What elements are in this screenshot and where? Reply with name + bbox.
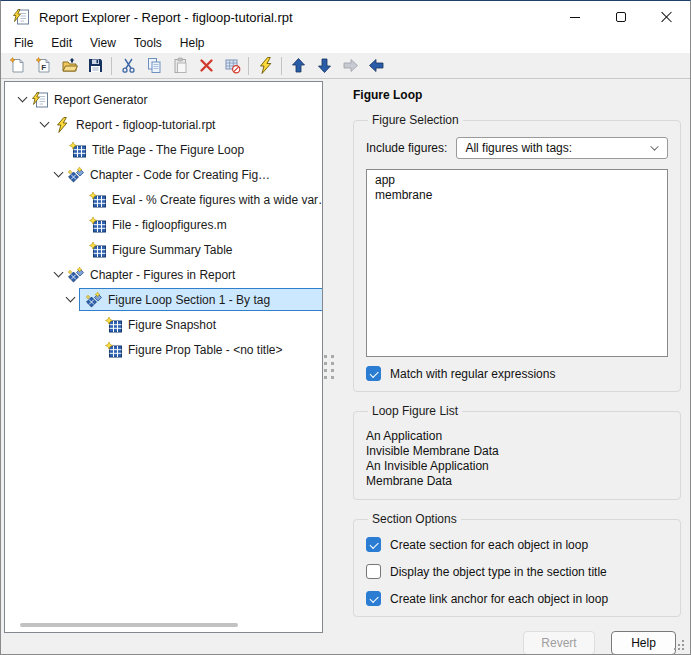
toolbar-separator — [248, 57, 249, 75]
create-section-row[interactable]: Create section for each object in loop — [366, 537, 668, 552]
report-generator-icon — [31, 92, 49, 108]
run-report-button[interactable] — [252, 54, 278, 77]
component-icon — [89, 242, 107, 258]
remove-table-button[interactable] — [219, 54, 245, 77]
revert-button[interactable]: Revert — [523, 631, 595, 655]
tree-item-chapter-code[interactable]: Chapter - Code for Creating Fig… — [5, 162, 322, 187]
copy-button[interactable] — [141, 54, 167, 77]
regex-checkbox-label: Match with regular expressions — [390, 367, 555, 381]
new-form-button[interactable]: F — [30, 54, 56, 77]
section-options-legend: Section Options — [368, 512, 461, 526]
display-object-type-checkbox[interactable] — [366, 564, 381, 579]
tree-item-figure-prop-table[interactable]: Figure Prop Table - <no title> — [5, 337, 322, 362]
display-object-type-label: Display the object type in the section t… — [390, 565, 607, 579]
main-content: Report Generator Report - figloop-tutori… — [1, 79, 690, 655]
loop-figure-item: An Application — [366, 429, 668, 444]
save-button[interactable] — [82, 54, 108, 77]
create-link-anchor-checkbox[interactable] — [366, 591, 381, 606]
move-right-button[interactable] — [337, 54, 363, 77]
minimize-icon — [570, 17, 580, 18]
chevron-down-icon[interactable] — [35, 123, 53, 126]
toolbar: F — [1, 53, 690, 79]
menu-file[interactable]: File — [5, 34, 42, 52]
delete-button[interactable] — [193, 54, 219, 77]
menu-tools[interactable]: Tools — [125, 34, 171, 52]
loop-figure-list: An Application Invisible Membrane Data A… — [366, 429, 668, 489]
loop-figure-list-legend: Loop Figure List — [368, 404, 462, 418]
save-icon — [87, 57, 104, 74]
include-figures-value: All figures with tags: — [465, 141, 572, 155]
create-link-anchor-row[interactable]: Create link anchor for each object in lo… — [366, 591, 668, 606]
include-figures-label: Include figures: — [366, 141, 447, 155]
svg-text:F: F — [41, 63, 46, 72]
create-link-anchor-label: Create link anchor for each object in lo… — [390, 592, 608, 606]
component-icon — [105, 317, 123, 333]
tree-item-figure-loop-section[interactable]: Figure Loop Section 1 - By tag — [5, 287, 322, 312]
component-icon — [105, 342, 123, 358]
close-icon — [661, 11, 673, 23]
component-icon — [89, 217, 107, 233]
move-down-button[interactable] — [311, 54, 337, 77]
tree-item-eval[interactable]: Eval - % Create figures with a wide var… — [5, 187, 322, 212]
chevron-down-icon[interactable] — [49, 273, 67, 276]
open-folder-icon — [61, 57, 78, 74]
tree-item-figure-summary-table[interactable]: Figure Summary Table — [5, 237, 322, 262]
regex-checkbox[interactable] — [366, 366, 381, 381]
tag-item: membrane — [375, 188, 659, 203]
page-title: Figure Loop — [353, 88, 681, 102]
outline-tree-panel: Report Generator Report - figloop-tutori… — [4, 81, 323, 633]
tree-item-chapter-figures[interactable]: Chapter - Figures in Report — [5, 262, 322, 287]
down-arrow-icon — [316, 57, 333, 74]
move-left-button[interactable] — [363, 54, 389, 77]
toolbar-separator — [111, 57, 112, 75]
tags-listbox[interactable]: app membrane — [366, 169, 668, 357]
regex-checkbox-row[interactable]: Match with regular expressions — [366, 366, 668, 381]
menu-view[interactable]: View — [81, 34, 125, 52]
cut-button[interactable] — [115, 54, 141, 77]
figure-selection-group: Figure Selection Include figures: All fi… — [353, 113, 681, 392]
chevron-down-icon[interactable] — [61, 298, 79, 301]
panel-splitter[interactable] — [323, 79, 335, 655]
report-explorer-window: Report Explorer - Report - figloop-tutor… — [0, 0, 691, 655]
window-title: Report Explorer - Report - figloop-tutor… — [39, 10, 552, 25]
display-object-type-row[interactable]: Display the object type in the section t… — [366, 564, 668, 579]
menu-help[interactable]: Help — [171, 34, 214, 52]
window-resize-grip[interactable] — [674, 640, 685, 651]
create-section-checkbox[interactable] — [366, 537, 381, 552]
maximize-button[interactable] — [598, 1, 644, 33]
chevron-down-icon[interactable] — [49, 173, 67, 176]
titlebar: Report Explorer - Report - figloop-tutor… — [1, 1, 690, 33]
remove-table-icon — [224, 57, 241, 74]
figure-selection-legend: Figure Selection — [368, 113, 463, 127]
chapter-icon — [85, 292, 103, 308]
paste-button[interactable] — [167, 54, 193, 77]
move-up-button[interactable] — [285, 54, 311, 77]
minimize-button[interactable] — [552, 1, 598, 33]
toolbar-separator — [281, 57, 282, 75]
properties-panel: Figure Loop Figure Selection Include fig… — [335, 79, 690, 655]
tree-item-report-generator[interactable]: Report Generator — [5, 87, 322, 112]
tree-item-report[interactable]: Report - figloop-tutorial.rpt — [5, 112, 322, 137]
selected-tree-item[interactable]: Figure Loop Section 1 - By tag — [79, 288, 323, 311]
create-section-label: Create section for each object in loop — [390, 538, 588, 552]
menu-edit[interactable]: Edit — [42, 34, 81, 52]
loop-figure-list-group: Loop Figure List An Application Invisibl… — [353, 404, 681, 500]
chevron-down-icon[interactable] — [13, 98, 31, 101]
new-report-button[interactable] — [4, 54, 30, 77]
up-arrow-icon — [290, 57, 307, 74]
tree-item-file[interactable]: File - figloopfigures.m — [5, 212, 322, 237]
menubar: File Edit View Tools Help — [1, 33, 690, 53]
tree-horizontal-scrollbar[interactable] — [20, 623, 238, 627]
tree-item-title-page[interactable]: Title Page - The Figure Loop — [5, 137, 322, 162]
include-figures-select[interactable]: All figures with tags: — [456, 137, 668, 159]
open-button[interactable] — [56, 54, 82, 77]
help-button[interactable]: Help — [611, 631, 676, 655]
cut-icon — [120, 57, 137, 74]
report-icon — [53, 117, 71, 133]
delete-icon — [198, 57, 215, 74]
tree-item-figure-snapshot[interactable]: Figure Snapshot — [5, 312, 322, 337]
close-button[interactable] — [644, 1, 690, 33]
left-arrow-icon — [368, 57, 385, 74]
loop-figure-item: Invisible Membrane Data — [366, 444, 668, 459]
chapter-icon — [67, 267, 85, 283]
